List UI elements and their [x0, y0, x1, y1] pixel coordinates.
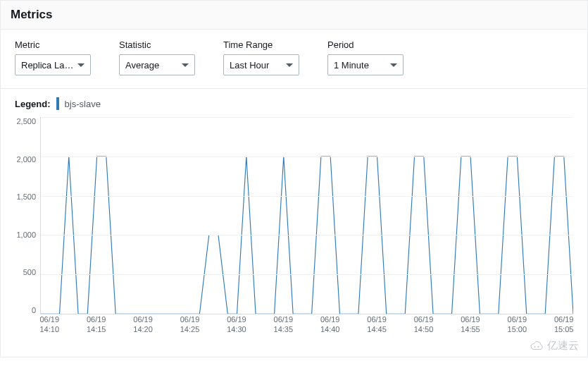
x-tick: 06/1915:05: [554, 314, 574, 335]
chevron-down-icon: [182, 63, 189, 67]
statistic-value: Average: [125, 60, 159, 71]
chevron-down-icon: [77, 63, 85, 67]
y-tick: 500: [15, 268, 36, 276]
panel-header: Metrics: [1, 1, 587, 30]
legend-series-name: bjs-slave: [65, 99, 101, 109]
period-value: 1 Minute: [334, 60, 369, 71]
metric-control: Metric Replica La…: [15, 39, 91, 75]
metric-value: Replica La…: [21, 60, 73, 71]
grid-line: [41, 235, 573, 235]
timerange-control: Time Range Last Hour: [223, 39, 299, 75]
y-tick: 2,000: [15, 155, 36, 164]
statistic-control: Statistic Average: [119, 39, 195, 75]
controls-row: Metric Replica La… Statistic Average Tim…: [1, 30, 587, 89]
period-dropdown[interactable]: 1 Minute: [327, 54, 404, 75]
svg-point-1: [538, 346, 539, 348]
metric-dropdown[interactable]: Replica La…: [15, 54, 91, 75]
chart: 2,5002,0001,5001,0005000 06/1914:1006/19…: [1, 117, 587, 357]
x-tick: 06/1914:50: [414, 314, 434, 335]
legend-row: Legend: bjs-slave: [1, 89, 587, 117]
page-title: Metrics: [11, 8, 575, 22]
grid-line: [41, 117, 573, 118]
chevron-down-icon: [390, 63, 397, 67]
y-tick: 2,500: [15, 117, 36, 125]
x-tick: 06/1914:30: [227, 314, 246, 335]
period-control: Period 1 Minute: [327, 39, 404, 75]
plot-area: [40, 117, 573, 314]
x-tick: 06/1914:45: [367, 314, 387, 335]
timerange-dropdown[interactable]: Last Hour: [223, 54, 299, 75]
y-tick: 1,500: [15, 192, 36, 201]
x-tick: 06/1914:35: [274, 314, 294, 335]
chevron-down-icon: [286, 63, 293, 67]
statistic-label: Statistic: [119, 39, 195, 50]
metrics-panel: Metrics Metric Replica La… Statistic Ave…: [0, 0, 588, 357]
x-tick: 06/1914:20: [133, 314, 153, 335]
statistic-dropdown[interactable]: Average: [119, 54, 195, 75]
timerange-label: Time Range: [223, 39, 299, 50]
grid-line: [41, 196, 573, 197]
x-axis: 06/1914:1006/1914:1506/1914:2006/1914:25…: [40, 314, 573, 343]
cloud-icon: [529, 341, 544, 351]
y-axis: 2,5002,0001,5001,0005000: [15, 117, 40, 314]
grid-line: [41, 157, 573, 157]
x-tick: 06/1914:15: [87, 314, 106, 335]
legend-label: Legend:: [15, 99, 51, 109]
period-label: Period: [327, 39, 404, 50]
y-tick: 1,000: [15, 231, 36, 239]
x-tick: 06/1914:25: [180, 314, 200, 335]
timerange-value: Last Hour: [230, 60, 269, 71]
x-tick: 06/1915:00: [508, 314, 527, 335]
svg-point-0: [534, 346, 536, 348]
metric-label: Metric: [15, 39, 91, 50]
watermark-text: 亿速云: [547, 339, 579, 353]
x-tick: 06/1914:40: [320, 314, 340, 335]
legend-swatch: [56, 97, 59, 110]
line-series: [41, 117, 573, 314]
watermark: 亿速云: [529, 339, 579, 353]
x-tick: 06/1914:55: [461, 314, 480, 335]
y-tick: 0: [15, 306, 36, 314]
grid-line: [41, 274, 573, 275]
x-tick: 06/1914:10: [40, 314, 60, 335]
